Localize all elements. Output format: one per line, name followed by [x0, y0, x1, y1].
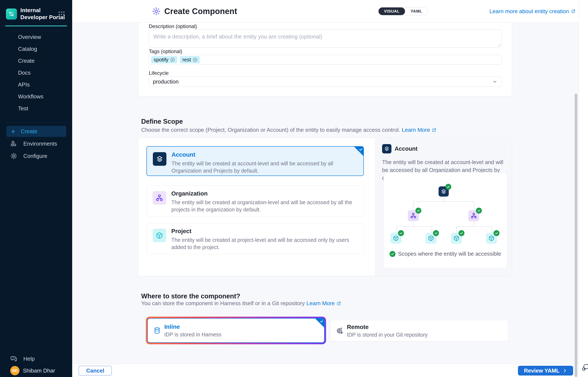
sidebar-item-overview[interactable]: Overview [0, 31, 72, 43]
resize-grip-icon[interactable] [497, 43, 500, 47]
lifecycle-value: production [153, 78, 492, 85]
sidebar-item-test[interactable]: Test [0, 102, 72, 114]
diagram-project-node [486, 233, 497, 244]
check-badge-icon [415, 208, 421, 213]
scope-selection-card: Account The entity will be created at ac… [138, 138, 512, 276]
define-scope-subtitle: Choose the correct scope (Project, Organ… [141, 127, 436, 133]
check-badge-icon [433, 230, 439, 236]
store-option-desc: IDP is stored in your Git repository [347, 332, 428, 338]
store-learn-more-link[interactable]: Learn More [307, 300, 335, 307]
description-input[interactable] [149, 29, 502, 47]
scope-option-title: Account [172, 151, 195, 158]
sidebar-help-label: Help [23, 355, 35, 362]
check-badge-icon [476, 208, 482, 213]
tag-label: spotify [154, 57, 168, 63]
sidebar-environments-label: Environments [23, 141, 57, 147]
lifecycle-select[interactable]: production [149, 77, 502, 87]
right-rail [579, 0, 588, 377]
scope-option-title: Organization [171, 190, 208, 197]
learn-more-entity-creation-link[interactable]: Learn more about entity creation [489, 0, 576, 23]
define-scope-title: Define Scope [141, 118, 183, 125]
scope-detail-panel: Account The entity will be created at ac… [375, 138, 512, 276]
scope-option-desc: The entity will be created at organizati… [171, 199, 354, 213]
diagram-account-node [439, 186, 449, 197]
check-badge-icon [445, 184, 451, 190]
chevron-down-icon [492, 79, 498, 84]
diagram-org-node [468, 210, 479, 221]
action-bar: Cancel Review YAML [72, 364, 579, 377]
scope-option-account[interactable]: Account The entity will be created at ac… [146, 146, 364, 176]
environments-icon [10, 140, 17, 147]
tab-yaml[interactable]: YAML [405, 7, 428, 15]
check-badge-icon [494, 230, 499, 236]
sidebar-item-docs[interactable]: Docs [0, 67, 72, 79]
tab-visual[interactable]: VISUAL [378, 7, 405, 15]
sidebar-item-apis[interactable]: APIs [0, 79, 72, 91]
page-header: Create Component VISUAL YAML Learn more … [72, 0, 579, 23]
user-name: Shibam Dhar [23, 367, 55, 374]
organization-icon [153, 191, 166, 205]
description-label: Description (optional) [149, 23, 197, 29]
project-cube-icon [153, 229, 166, 242]
avatar: SD [10, 366, 20, 375]
store-title: Where to store the component? [141, 292, 240, 300]
page-title: Create Component [164, 7, 237, 16]
lifecycle-label: Lifecycle [149, 70, 168, 76]
scope-learn-more-link[interactable]: Learn More [402, 127, 430, 133]
external-link-icon [432, 128, 436, 132]
store-option-title: Remote [347, 324, 428, 330]
tag-chip: spotify [151, 56, 177, 63]
store-option-remote[interactable]: Remote IDP is stored in your Git reposit… [330, 320, 508, 341]
sidebar-item-environments[interactable]: Environments [6, 138, 66, 149]
review-yaml-button[interactable]: Review YAML [518, 366, 573, 376]
svg-text:?: ? [12, 357, 14, 360]
scope-option-organization[interactable]: Organization The entity will be created … [146, 185, 364, 217]
diagram-org-node [408, 210, 419, 221]
account-layers-icon [382, 144, 391, 153]
sidebar-item-workflows[interactable]: Workflows [0, 91, 72, 102]
store-option-inline[interactable]: Inline IDP is stored in Harness [147, 318, 325, 343]
chevron-right-icon [563, 368, 567, 373]
tags-label: Tags (optional) [149, 48, 182, 54]
scope-option-project[interactable]: Project The entity will be created at pr… [146, 223, 364, 254]
tag-remove-icon[interactable] [192, 57, 198, 62]
tag-remove-icon[interactable] [170, 57, 175, 62]
store-option-inline-highlight-ring: Inline IDP is stored in Harness [146, 317, 326, 344]
support-chat-icon[interactable] [581, 363, 588, 372]
sidebar-accent-divider [5, 25, 67, 26]
cancel-button[interactable]: Cancel [78, 366, 112, 376]
harness-idp-logo-icon[interactable] [6, 9, 17, 20]
help-chat-icon: ? [10, 355, 17, 362]
scope-option-desc: The entity will be created at project-le… [171, 236, 354, 251]
selected-check-badge [315, 318, 324, 328]
vertical-scrollbar[interactable] [575, 94, 577, 377]
app-switcher-icon[interactable] [58, 11, 65, 18]
sidebar-help-button[interactable]: ? Help [6, 353, 66, 364]
scope-option-title: Project [171, 228, 191, 235]
sidebar-configure-label: Configure [23, 153, 47, 159]
tags-input[interactable]: spotify rest [149, 55, 502, 65]
scope-option-desc: The entity will be created at account-le… [172, 160, 354, 174]
sidebar-create-button[interactable]: + Create [6, 126, 66, 137]
check-badge-icon [398, 230, 404, 236]
store-subtitle: You can store the component in Harness i… [141, 300, 341, 307]
sidebar-item-create[interactable]: Create [0, 55, 72, 67]
inline-database-icon [153, 327, 161, 334]
sidebar-create-label: Create [21, 128, 37, 135]
user-menu[interactable]: SD Shibam Dhar [10, 366, 55, 375]
sidebar-item-catalog[interactable]: Catalog [0, 43, 72, 55]
diagram-project-node [390, 233, 401, 244]
diagram-caption: Scopes where the entity will be accessib… [384, 250, 507, 257]
sidebar-divider-2 [6, 123, 66, 123]
remote-git-icon [336, 327, 344, 334]
store-option-title: Inline [164, 323, 222, 330]
diagram-project-node [451, 233, 462, 244]
gear-icon [10, 152, 17, 160]
scope-hierarchy-diagram: Scopes where the entity will be accessib… [384, 173, 507, 268]
tag-chip: rest [180, 56, 200, 63]
check-badge-icon [458, 230, 465, 236]
sidebar-item-configure[interactable]: Configure [6, 151, 66, 162]
visual-yaml-toggle: VISUAL YAML [378, 7, 428, 15]
check-badge-icon [389, 251, 396, 257]
scope-detail-title: Account [395, 146, 418, 152]
